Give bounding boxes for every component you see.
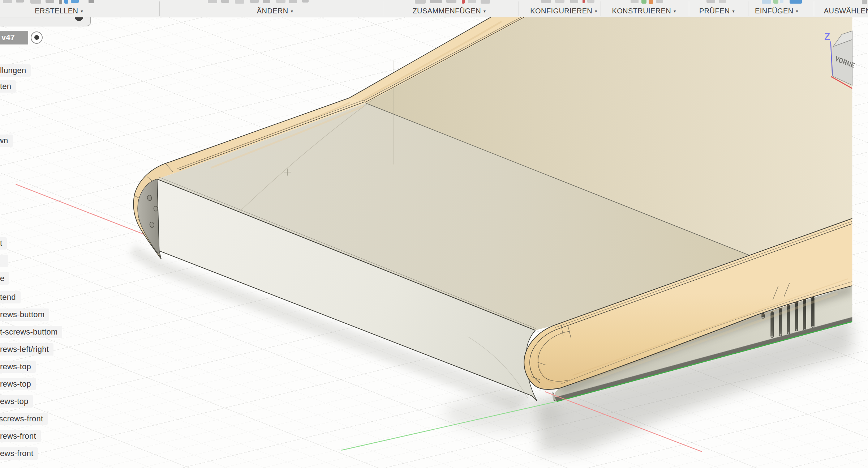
browser-item-t-screws-buttom[interactable]: t-screws-buttom bbox=[0, 326, 62, 338]
toolbar-icon-fragment[interactable] bbox=[71, 0, 79, 3]
toolbar-icon-fragment[interactable] bbox=[462, 0, 465, 4]
vent-slot bbox=[787, 305, 790, 334]
z-axis-label: Z bbox=[824, 31, 830, 42]
browser-item-rews-buttom[interactable]: rews-buttom bbox=[0, 309, 49, 321]
vent-slot-tip bbox=[796, 329, 798, 331]
toolbar-icon-fragment[interactable] bbox=[446, 0, 456, 3]
toolbar-icon-fragment[interactable] bbox=[276, 0, 285, 3]
toolbar-icon-fragment[interactable] bbox=[641, 0, 646, 4]
toolbar-icon-fragment[interactable] bbox=[706, 0, 715, 3]
toolbar-icon-fragment[interactable] bbox=[862, 0, 867, 4]
toolbar-icon-fragment[interactable] bbox=[263, 0, 270, 3]
browser-item-label: rews-left/right bbox=[0, 345, 49, 354]
toolbar-icon-fragment[interactable] bbox=[719, 0, 726, 3]
toolbar-icon-fragment[interactable] bbox=[235, 0, 244, 4]
toolbar-separator bbox=[383, 1, 383, 16]
toolbar-icon-fragment[interactable] bbox=[780, 0, 783, 3]
browser-item-label: t-screws-buttom bbox=[0, 327, 57, 336]
toolbar-separator bbox=[601, 1, 601, 16]
browser-item-rews-front[interactable]: rews-front bbox=[0, 430, 41, 442]
toolbar-separator bbox=[159, 1, 160, 16]
toolbar-menu-konstruieren[interactable]: KONSTRUIEREN▾ bbox=[612, 7, 676, 15]
browser-item-rews-top[interactable]: rews-top bbox=[0, 378, 36, 390]
toolbar-icon-fragment[interactable] bbox=[631, 0, 639, 3]
document-version-badge[interactable]: v47 bbox=[0, 31, 28, 44]
toolbar-icon-fragment[interactable] bbox=[570, 0, 578, 3]
toolbar-icon-fragment[interactable] bbox=[289, 0, 297, 3]
toolbar-icon-fragment[interactable] bbox=[587, 0, 594, 3]
browser-item-e[interactable]: e bbox=[0, 272, 9, 285]
toolbar-menu-konfigurieren[interactable]: KONFIGURIEREN▾ bbox=[530, 7, 597, 15]
toolbar-icon-fragment[interactable] bbox=[59, 0, 62, 4]
browser-item-tend[interactable]: tend bbox=[0, 291, 21, 303]
browser-item-llungen[interactable]: llungen bbox=[0, 64, 31, 77]
toolbar-menu-auswählen[interactable]: AUSWÄHLEN bbox=[824, 7, 868, 15]
browser-item-label: rews-buttom bbox=[0, 310, 44, 319]
toolbar-icon-fragment[interactable] bbox=[468, 0, 476, 3]
browser-item-ten[interactable]: ten bbox=[0, 80, 16, 93]
browser-item-label: t bbox=[0, 239, 2, 248]
toolbar-icon-fragment[interactable] bbox=[481, 0, 490, 4]
toolbar-icon-fragment[interactable] bbox=[415, 0, 426, 4]
toolbar-icon-fragment[interactable] bbox=[541, 0, 551, 3]
toolbar-icon-fragment[interactable] bbox=[583, 0, 585, 3]
toolbar-icon-fragment[interactable] bbox=[649, 0, 653, 4]
toolbar-icon-fragment[interactable] bbox=[250, 0, 259, 3]
browser-item-label: rews-front bbox=[0, 431, 36, 441]
model-3d-scene[interactable]: Z VORNE bbox=[0, 17, 868, 468]
toolbar-icon-fragment[interactable] bbox=[64, 0, 68, 4]
component-activate-radio[interactable] bbox=[31, 31, 43, 44]
viewport-3d[interactable]: Z VORNE bbox=[0, 17, 868, 468]
toolbar-icon-fragment[interactable] bbox=[46, 0, 54, 3]
toolbar: ERSTELLEN▾ÄNDERN▾ZUSAMMENFÜGEN▾KONFIGURI… bbox=[0, 0, 868, 17]
vent-slot-tip bbox=[762, 317, 764, 318]
vent-slot-tip bbox=[771, 336, 773, 337]
toolbar-menu-zusammenfügen[interactable]: ZUSAMMENFÜGEN▾ bbox=[412, 7, 486, 15]
toolbar-separator bbox=[748, 1, 748, 16]
toolbar-menu-ändern[interactable]: ÄNDERN▾ bbox=[257, 7, 293, 15]
browser-item-t[interactable]: t bbox=[0, 237, 7, 250]
vent-slot bbox=[795, 301, 798, 331]
browser-item-ews-front[interactable]: ews-front bbox=[0, 447, 38, 460]
vent-slot-tip bbox=[812, 326, 814, 327]
toolbar-icon-fragment[interactable] bbox=[208, 0, 217, 3]
toolbar-icon-fragment[interactable] bbox=[16, 0, 24, 3]
toolbar-menu-prüfen[interactable]: PRÜFEN▾ bbox=[699, 7, 735, 15]
browser-item-screws-front[interactable]: screws-front bbox=[0, 413, 48, 425]
browser-item-wn[interactable]: wn bbox=[0, 135, 13, 147]
browser-item-label: screws-front bbox=[0, 414, 43, 423]
toolbar-icon-fragment[interactable] bbox=[773, 0, 778, 4]
browser-item-label: e bbox=[0, 274, 4, 283]
toolbar-icon-fragment[interactable] bbox=[221, 0, 229, 3]
toolbar-icon-fragment[interactable] bbox=[762, 0, 771, 4]
vent-slot-tip bbox=[788, 332, 790, 334]
browser-item-label: ews-front bbox=[0, 449, 33, 458]
toolbar-icon-fragment[interactable] bbox=[3, 0, 12, 3]
vent-slot-tip bbox=[779, 334, 781, 336]
browser-item-label: tend bbox=[0, 293, 16, 302]
toolbar-icon-fragment[interactable] bbox=[430, 0, 442, 3]
toolbar-icon-fragment[interactable] bbox=[30, 0, 41, 4]
browser-item-ews-top[interactable]: ews-top bbox=[0, 395, 33, 408]
browser-item-label: ews-top bbox=[0, 397, 28, 406]
toolbar-menu-einfügen[interactable]: EINFÜGEN▾ bbox=[755, 7, 798, 15]
x-axis-line bbox=[16, 184, 155, 238]
browser-item-rews-top[interactable]: rews-top bbox=[0, 361, 36, 373]
toolbar-separator bbox=[689, 1, 689, 16]
browser-item-label: rews-top bbox=[0, 362, 31, 371]
browser-item-label: ten bbox=[0, 82, 11, 91]
toolbar-icon-fragment[interactable] bbox=[302, 0, 309, 3]
toolbar-menu-erstellen[interactable]: ERSTELLEN▾ bbox=[35, 7, 83, 15]
browser-item-blank[interactable] bbox=[0, 255, 8, 267]
browser-root-item[interactable]: v47 bbox=[0, 29, 43, 47]
toolbar-icon-fragment[interactable] bbox=[89, 0, 94, 3]
browser-item-label: wn bbox=[0, 136, 8, 145]
toolbar-icon-fragment[interactable] bbox=[790, 0, 802, 4]
toolbar-separator bbox=[519, 1, 519, 16]
toolbar-icon-fragment[interactable] bbox=[555, 0, 564, 3]
toolbar-icon-fragment[interactable] bbox=[656, 0, 663, 3]
toolbar-separator bbox=[814, 1, 814, 16]
browser-item-label: llungen bbox=[0, 66, 26, 75]
browser-item-label: rews-top bbox=[0, 379, 31, 388]
browser-item-rews-left/right[interactable]: rews-left/right bbox=[0, 343, 53, 356]
